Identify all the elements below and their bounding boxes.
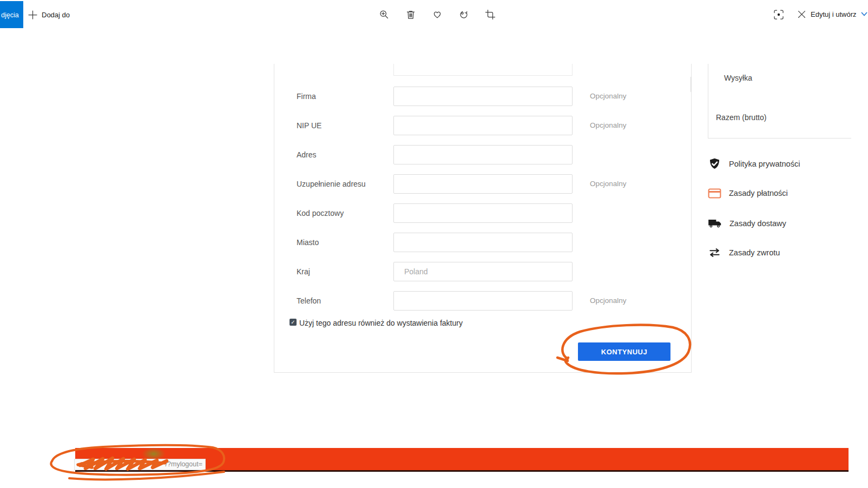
status-url-tooltip: /?mylogout= bbox=[74, 459, 206, 470]
visual-search-icon bbox=[774, 10, 784, 19]
favorite-button[interactable] bbox=[432, 10, 442, 19]
kod-pocztowy-field[interactable] bbox=[393, 203, 573, 223]
field-label-nip-ue: NIP UE bbox=[297, 121, 321, 130]
chevron-down-icon bbox=[861, 12, 867, 17]
rotate-button[interactable] bbox=[459, 10, 469, 19]
footer-red-bar-edge bbox=[75, 470, 849, 472]
favorite-icon bbox=[432, 10, 442, 19]
optional-badge: Opcjonalny bbox=[590, 121, 627, 129]
photos-toolbar: djęcia Dodaj do bbox=[0, 0, 868, 30]
rotate-icon bbox=[459, 10, 469, 19]
miasto-field[interactable] bbox=[393, 233, 573, 252]
crop-button[interactable] bbox=[485, 10, 495, 19]
plus-icon bbox=[28, 10, 37, 19]
field-label-firma: Firma bbox=[297, 92, 316, 101]
edit-and-create-label: Edytuj i utwórz bbox=[811, 10, 857, 18]
continue-button[interactable]: KONTYNUUJ bbox=[578, 342, 670, 361]
optional-badge: Opcjonalny bbox=[590, 92, 627, 100]
photos-app-window: djęcia Dodaj do bbox=[0, 0, 868, 488]
truck-icon bbox=[708, 218, 722, 229]
payment-policy-link[interactable]: Zasady płatności bbox=[708, 186, 838, 200]
page-edge-fragment bbox=[691, 77, 691, 92]
invoice-address-checkbox[interactable]: ✓ bbox=[290, 319, 297, 326]
kraj-field[interactable] bbox=[393, 262, 573, 281]
crop-icon bbox=[485, 10, 495, 19]
field-label-uzupelnienie: Uzupełnienie adresu bbox=[297, 180, 366, 188]
shield-check-icon bbox=[708, 157, 721, 171]
collection-tile-label: djęcia bbox=[1, 11, 19, 19]
return-policy-link[interactable]: Zasady zwrotu bbox=[708, 246, 838, 260]
delivery-policy-link[interactable]: Zasady dostawy bbox=[708, 216, 838, 230]
return-policy-label: Zasady zwrotu bbox=[729, 248, 780, 257]
total-gross-label: Razem (brutto) bbox=[716, 113, 766, 122]
telefon-field[interactable] bbox=[393, 291, 573, 311]
firma-field[interactable] bbox=[393, 87, 573, 106]
privacy-policy-link[interactable]: Polityka prywatności bbox=[708, 157, 838, 171]
add-to-button[interactable]: Dodaj do bbox=[28, 10, 70, 19]
invoice-address-checkbox-label: Użyj tego adresu również do wystawienia … bbox=[299, 319, 463, 327]
credit-card-icon bbox=[708, 187, 721, 200]
field-label-kraj: Kraj bbox=[297, 267, 310, 276]
field-label-telefon: Telefon bbox=[297, 296, 321, 305]
uzupelnienie-adresu-field[interactable] bbox=[393, 174, 573, 194]
edit-create-icon bbox=[797, 10, 806, 19]
optional-badge: Opcjonalny bbox=[590, 296, 627, 305]
zoom-in-button[interactable] bbox=[379, 10, 389, 19]
zoom-in-icon bbox=[379, 10, 389, 19]
optional-badge: Opcjonalny bbox=[590, 180, 627, 188]
field-label-adres: Adres bbox=[297, 150, 317, 159]
edit-and-create-button[interactable]: Edytuj i utwórz bbox=[797, 10, 867, 19]
delete-button[interactable] bbox=[406, 10, 416, 19]
nip-ue-field[interactable] bbox=[393, 116, 573, 135]
shipping-label: Wysyłka bbox=[724, 74, 752, 82]
delete-icon bbox=[406, 10, 416, 19]
delivery-policy-label: Zasady dostawy bbox=[729, 219, 786, 228]
return-arrows-icon bbox=[708, 248, 721, 258]
field-label-miasto: Miasto bbox=[297, 238, 319, 247]
payment-policy-label: Zasady płatności bbox=[729, 189, 788, 197]
add-to-label: Dodaj do bbox=[42, 11, 70, 19]
cropped-input-stub bbox=[393, 64, 573, 76]
privacy-policy-label: Polityka prywatności bbox=[729, 160, 800, 168]
visual-search-button[interactable] bbox=[774, 10, 784, 19]
adres-field[interactable] bbox=[393, 145, 573, 164]
field-label-kod-pocztowy: Kod pocztowy bbox=[297, 209, 344, 217]
photos-collection-tile[interactable]: djęcia bbox=[0, 1, 23, 28]
